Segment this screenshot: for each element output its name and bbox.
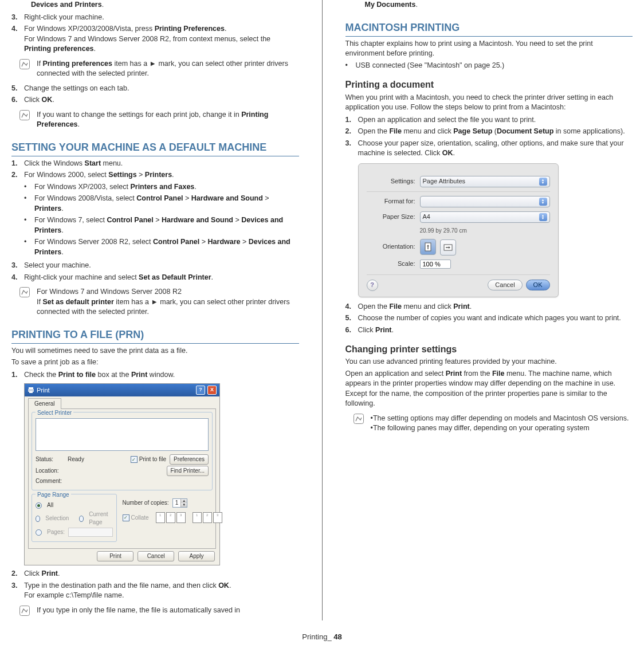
heading-default-machine: SETTING YOUR MACHINE AS A DEFAULT MACHIN… [11, 140, 299, 156]
orientation-landscape-button[interactable] [440, 239, 456, 256]
svg-rect-0 [20, 59, 30, 69]
cancel-button[interactable]: Cancel [138, 551, 174, 561]
svg-rect-2 [20, 288, 30, 297]
scale-label: Scale: [367, 260, 415, 268]
select-arrows-icon: ▲▼ [539, 178, 547, 186]
svg-rect-3 [29, 387, 33, 389]
step-number: 1. [11, 370, 24, 380]
collate-checkbox[interactable]: ✓ Collate [123, 514, 149, 522]
note-printing-preferences-mark: If Printing preferences item has a ► mar… [19, 59, 299, 79]
continuation-line: My Documents. [365, 0, 633, 10]
cancel-button[interactable]: Cancel [488, 280, 522, 290]
step-number: 6. [345, 325, 358, 336]
note-change-per-job: If you want to change the settings for e… [19, 110, 299, 130]
paper-size-select[interactable]: A4 ▲▼ [420, 211, 550, 223]
copies-input[interactable]: 1 ▲▼ [172, 498, 188, 508]
status-value: Ready [68, 455, 84, 463]
step-number: 5. [345, 313, 358, 324]
note-settings-differ: •The setting options may differ dependin… [354, 414, 633, 434]
page-footer: Printing_ 48 [11, 632, 633, 642]
step-body: Click OK. [24, 95, 299, 105]
tab-general[interactable]: General [28, 398, 61, 409]
step-number: 4. [11, 273, 24, 283]
settings-select[interactable]: Page Attributes ▲▼ [420, 176, 550, 187]
radio-all[interactable] [36, 502, 42, 509]
prn-intro-1: You will sometimes need to save the prin… [11, 346, 299, 356]
prn-intro-2: To save a print job as a file: [11, 357, 299, 368]
note-icon [19, 287, 31, 317]
scale-input[interactable] [420, 260, 451, 269]
note-file-autosave: If you type in only the file name, the f… [19, 606, 299, 616]
collate-illustration: 123 [156, 512, 186, 523]
svg-rect-5 [29, 391, 33, 393]
note-icon [19, 59, 31, 79]
note-icon [19, 606, 31, 616]
step-body: Click the Windows Start menu. [24, 159, 299, 169]
step-body: Click Print. [358, 325, 633, 336]
printdoc-intro: When you print with a Macintosh, you nee… [345, 93, 633, 113]
step-body: Choose your paper size, orientation, sca… [358, 139, 633, 159]
step-number: 6. [11, 95, 24, 105]
ok-button[interactable]: OK [526, 280, 550, 290]
help-button[interactable]: ? [367, 280, 378, 291]
step-number: 3. [11, 581, 24, 601]
step-number: 3. [11, 261, 24, 271]
step-body: Right-click your machine. [24, 13, 299, 23]
step-body: Check the Print to file box at the Print… [24, 370, 299, 380]
select-arrows-icon: ▲▼ [539, 198, 547, 206]
mac-prereq-bullets: •USB connected (See "Macintosh" on page … [345, 61, 633, 71]
steps-before-default: 3. Right-click your machine. 4. For Wind… [11, 13, 299, 54]
change-settings-p2: Open an application and select Print fro… [345, 369, 633, 409]
step-number: 5. [11, 84, 24, 94]
radio-current-page[interactable] [79, 516, 84, 522]
fieldset-select-printer: Select Printer Status: Ready ✓ Print to … [32, 412, 213, 490]
continuation-line: Devices and Printers. [31, 0, 299, 10]
heading-print-to-file: PRINTING TO A FILE (PRN) [11, 328, 299, 344]
note-set-as-default-mark: For Windows 7 and Windows Server 2008 R2… [19, 287, 299, 317]
paper-size-label: Paper Size: [367, 213, 415, 221]
print-button[interactable]: Print [97, 551, 133, 561]
heading-macintosh-printing: MACINTOSH PRINTING [345, 21, 633, 37]
step-body: Click Print. [24, 569, 299, 579]
step-body: For Windows XP/2003/2008/Vista, press Pr… [24, 24, 299, 54]
preferences-button[interactable]: Preferences [170, 454, 209, 465]
left-column: Devices and Printers. 3. Right-click you… [11, 0, 299, 620]
mac-intro: This chapter explains how to print using… [345, 39, 633, 59]
orientation-label: Orientation: [367, 242, 415, 251]
svg-rect-6 [20, 606, 30, 615]
heading-changing-printer-settings: Changing printer settings [345, 343, 633, 356]
close-button[interactable]: X [207, 386, 217, 395]
format-for-select[interactable]: ▲▼ [420, 196, 550, 207]
location-label: Location: [36, 467, 64, 475]
find-printer-button[interactable]: Find Printer... [167, 466, 209, 476]
default-machine-steps: 1. Click the Windows Start menu. 2. For … [11, 159, 299, 283]
mac-page-setup-dialog: Settings: Page Attributes ▲▼ Format for:… [358, 163, 559, 297]
svg-rect-1 [20, 110, 30, 120]
print-to-file-checkbox[interactable]: ✓ Print to file [131, 455, 166, 463]
orientation-portrait-button[interactable] [420, 239, 436, 255]
step-number: 4. [11, 24, 24, 54]
step-body: Open the File menu and click Print. [358, 302, 633, 312]
radio-selection[interactable] [36, 516, 40, 522]
step-body: Change the settings on each tab. [24, 84, 299, 94]
note-icon [354, 414, 365, 434]
printer-icon [28, 387, 34, 394]
radio-pages[interactable] [36, 529, 42, 536]
step-number: 3. [11, 13, 24, 23]
copies-label: Number of copies: [123, 499, 169, 507]
fieldset-page-range: Page Range All Selection Current Page Pa… [32, 494, 117, 542]
settings-label: Settings: [367, 177, 415, 186]
pages-input[interactable] [68, 528, 112, 537]
mac-print-steps: 1. Open an application and select the fi… [345, 115, 633, 159]
paper-size-caption: 20.99 by 29.70 cm [420, 227, 550, 235]
heading-printing-a-document: Printing a document [345, 78, 633, 91]
fieldset-title: Select Printer [36, 409, 73, 417]
status-label: Status: [36, 455, 64, 463]
printer-list[interactable] [36, 418, 209, 451]
prn-steps-cont: 2. Click Print. 3. Type in the destinati… [11, 569, 299, 601]
svg-rect-9 [354, 414, 363, 423]
apply-button[interactable]: Apply [178, 551, 215, 561]
column-divider [322, 0, 323, 620]
help-button[interactable]: ? [196, 386, 205, 395]
collate-illustration: 123 [193, 512, 222, 523]
